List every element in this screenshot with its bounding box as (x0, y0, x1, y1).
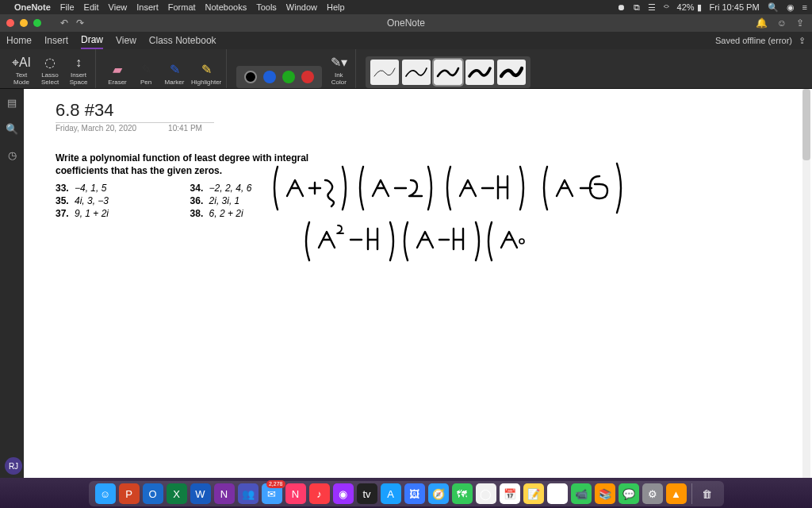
menu-view[interactable]: View (109, 2, 128, 12)
redo-button[interactable]: ↷ (76, 17, 84, 29)
share-icon[interactable]: ⇪ (796, 17, 804, 29)
dock-teams[interactable]: 👥 (238, 483, 259, 504)
record-icon[interactable]: ⏺ (617, 2, 626, 12)
lasso-select-button[interactable]: ◌Lasso Select (38, 49, 62, 88)
highlighter-button[interactable]: ✎Highlighter (191, 49, 221, 88)
window-zoom-button[interactable] (33, 19, 41, 27)
dock-facetime[interactable]: 📹 (571, 483, 592, 504)
tab-class-notebook[interactable]: Class Notebook (149, 33, 216, 48)
window-close-button[interactable] (6, 19, 14, 27)
ink-color-swatches (236, 66, 322, 88)
window-title: OneNote (387, 17, 425, 29)
dropbox-icon[interactable]: ⧉ (634, 2, 640, 13)
dock-vlc[interactable]: ▲ (666, 483, 687, 504)
dock-books[interactable]: 📚 (595, 483, 615, 504)
eraser-button[interactable]: ▰Eraser (105, 49, 129, 88)
page-time: 10:41 PM (168, 124, 202, 133)
insert-space-button[interactable]: ↕Insert Space (67, 49, 90, 88)
marker-button[interactable]: ✎Marker (163, 49, 186, 88)
dock-podcasts[interactable]: ◉ (333, 483, 354, 504)
color-black[interactable] (244, 71, 257, 83)
control-center-icon[interactable]: ☰ (648, 2, 656, 13)
color-blue[interactable] (263, 71, 276, 83)
menu-window[interactable]: Window (286, 2, 317, 12)
stroke-0.5mm[interactable]: 0.5 mm (434, 60, 462, 85)
dock-news[interactable]: N (285, 483, 306, 504)
app-menu[interactable]: OneNote (14, 2, 51, 12)
dock-word[interactable]: W (190, 483, 211, 504)
dock-notes[interactable]: 📝 (523, 483, 544, 504)
stroke-0.25mm[interactable]: 0.25 mm (370, 60, 399, 85)
menu-tools[interactable]: Tools (256, 2, 277, 12)
search-icon[interactable]: 🔍 (6, 123, 18, 135)
stroke-1mm[interactable]: 1 mm (497, 60, 526, 85)
dock-excel[interactable]: X (167, 483, 187, 504)
spotlight-icon[interactable]: 🔍 (768, 2, 779, 13)
dock-maps[interactable]: 🗺 (452, 483, 473, 504)
siri-icon[interactable]: ◉ (787, 2, 795, 13)
text-mode-button[interactable]: ⌖AIText Mode (10, 49, 33, 88)
dock-preview[interactable]: 🖼 (404, 483, 425, 504)
window-minimize-button[interactable] (20, 19, 28, 27)
notebooks-icon[interactable]: ▤ (7, 97, 17, 109)
window-titlebar: ↶ ↷ OneNote 🔔 ☺ ⇪ (0, 14, 812, 32)
dock-trash[interactable]: 🗑 (697, 483, 718, 504)
vertical-scrollbar[interactable] (802, 89, 810, 478)
tab-view[interactable]: View (116, 33, 136, 48)
tab-insert[interactable]: Insert (44, 33, 68, 48)
ribbon-tabs: Home Insert Draw View Class Notebook Sav… (0, 32, 812, 49)
menu-notebooks[interactable]: Notebooks (205, 2, 247, 12)
svg-point-0 (519, 239, 524, 244)
dock-safari[interactable]: 🧭 (428, 483, 449, 504)
dock: ☺POXWN👥✉2,278N♪◉tvA🖼🧭🗺◯📅📝🏞📹📚💬⚙▲🗑 (0, 478, 812, 508)
scroll-thumb[interactable] (802, 89, 810, 160)
pen-button[interactable]: ✎Pen (134, 49, 158, 88)
sync-icon[interactable]: ⇪ (799, 36, 806, 46)
dock-powerpoint[interactable]: P (119, 483, 140, 504)
draw-ribbon: ⌖AIText Mode ◌Lasso Select ↕Insert Space… (0, 49, 812, 89)
note-canvas[interactable]: 6.8 #34 Friday, March 20, 2020 10:41 PM … (24, 89, 812, 478)
menu-file[interactable]: File (60, 2, 75, 12)
stroke-0.7mm[interactable]: 0.7 mm (465, 60, 494, 85)
color-red[interactable] (301, 71, 314, 83)
dock-chrome[interactable]: ◯ (476, 483, 496, 504)
tab-draw[interactable]: Draw (81, 32, 103, 49)
account-icon[interactable]: ☺ (777, 17, 787, 29)
left-rail: ▤ 🔍 ◷ (0, 89, 24, 478)
page-title[interactable]: 6.8 #34 (56, 100, 113, 121)
tab-home[interactable]: Home (6, 33, 32, 48)
dock-tv[interactable]: tv (357, 483, 377, 504)
menu-insert[interactable]: Insert (136, 2, 159, 12)
title-underline (56, 122, 214, 123)
stroke-width-group: 0.25 mm0.35 mm0.5 mm0.7 mm1 mm (366, 56, 530, 88)
dock-outlook[interactable]: O (143, 483, 163, 504)
save-status: Saved offline (error) (715, 36, 792, 45)
dock-photos[interactable]: 🏞 (547, 483, 568, 504)
dock-onenote[interactable]: N (214, 483, 235, 504)
recent-icon[interactable]: ◷ (8, 149, 17, 161)
page-date: Friday, March 20, 2020 (56, 124, 136, 133)
dock-mail[interactable]: ✉2,278 (262, 483, 282, 504)
dock-finder[interactable]: ☺ (95, 483, 116, 504)
undo-button[interactable]: ↶ (60, 17, 68, 29)
menu-help[interactable]: Help (327, 2, 345, 12)
color-green[interactable] (282, 71, 295, 83)
battery-status[interactable]: 42% ▮ (677, 2, 702, 13)
wifi-icon[interactable]: ⌔ (664, 2, 669, 12)
mac-menubar: OneNote File Edit View Insert Format Not… (0, 0, 812, 14)
dock-calendar[interactable]: 📅 (500, 483, 520, 504)
ink-strokes (270, 152, 777, 279)
menu-edit[interactable]: Edit (84, 2, 99, 12)
dock-mail-badge: 2,278 (266, 480, 285, 488)
menu-format[interactable]: Format (168, 2, 196, 12)
dock-music[interactable]: ♪ (309, 483, 330, 504)
notifications-icon[interactable]: 🔔 (756, 17, 768, 29)
ink-color-button[interactable]: ✎▾Ink Color (327, 49, 350, 88)
notification-center-icon[interactable]: ≡ (802, 2, 807, 12)
clock[interactable]: Fri 10:45 PM (710, 2, 760, 12)
dock-preferences[interactable]: ⚙ (642, 483, 663, 504)
dock-messages[interactable]: 💬 (619, 483, 639, 504)
avatar[interactable]: RJ (5, 457, 22, 475)
dock-appstore[interactable]: A (381, 483, 401, 504)
stroke-0.35mm[interactable]: 0.35 mm (402, 60, 431, 85)
